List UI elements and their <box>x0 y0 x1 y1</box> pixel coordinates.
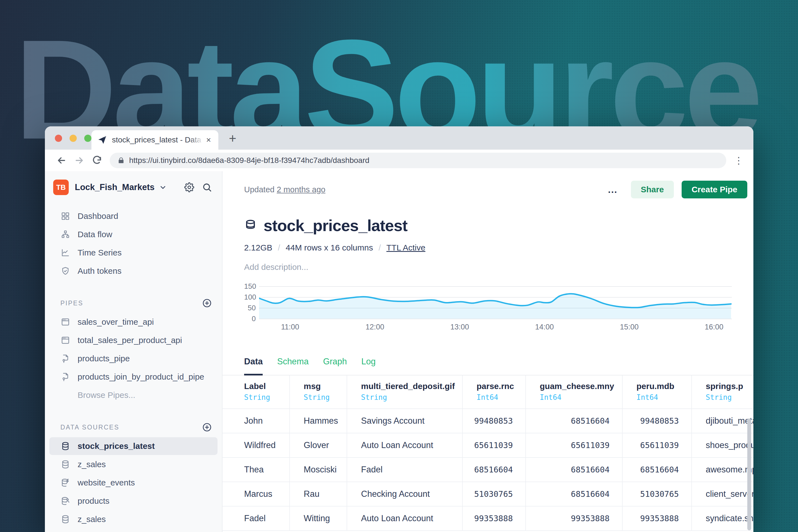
reload-icon[interactable] <box>88 155 106 166</box>
table-cell: Mosciski <box>289 458 347 482</box>
x-axis-tick: 16:00 <box>705 323 723 331</box>
table-cell: 51030765 <box>462 482 525 507</box>
browse-data-sources-link[interactable]: Browse Data Sources... <box>49 529 217 532</box>
x-axis-tick: 14:00 <box>535 323 554 331</box>
table-cell: 68516604 <box>525 458 622 482</box>
item-label: products_pipe <box>78 354 130 363</box>
column-header-parse.rnc[interactable]: parse.rncInt64 <box>462 376 525 409</box>
add-data-source-icon[interactable] <box>202 422 212 432</box>
table-cell: Wildfred <box>223 433 289 458</box>
dataflow-icon <box>60 230 70 239</box>
table-cell: 99480853 <box>462 409 525 433</box>
lock-icon <box>117 157 125 164</box>
item-label: website_events <box>78 478 135 488</box>
sidebar: TB Lock_Fish_Markets DashboardData flowT… <box>45 171 223 532</box>
back-icon[interactable] <box>53 155 70 166</box>
table-cell: Auto Loan Account <box>347 507 462 531</box>
table-scrollbar[interactable] <box>747 418 751 530</box>
column-header-multi_tiered_deposit.gif[interactable]: multi_tiered_deposit.gifString <box>347 376 462 409</box>
db-icon <box>60 460 70 469</box>
tab-schema[interactable]: Schema <box>277 357 309 375</box>
tab-data[interactable]: Data <box>244 357 263 376</box>
tinybird-favicon-icon <box>97 135 107 145</box>
item-label: z_sales <box>78 515 106 524</box>
api-icon <box>60 317 70 327</box>
item-label: Dashboard <box>78 211 118 221</box>
pipe-item[interactable]: products_join_by_product_id_pipe <box>49 368 217 386</box>
add-pipe-icon[interactable] <box>202 298 212 308</box>
db-icon <box>60 441 70 451</box>
new-tab-button[interactable]: + <box>229 131 236 146</box>
pipes-section-title: PIPES <box>60 300 83 307</box>
tab-log[interactable]: Log <box>361 357 376 375</box>
table-cell: Marcus <box>223 482 289 507</box>
updated-label: Updated 2 months ago <box>244 185 325 194</box>
table-cell: 68516604 <box>622 458 691 482</box>
table-cell: awesome.mp3 <box>691 458 754 482</box>
browser-menu-icon[interactable]: ⋮ <box>732 155 746 166</box>
minimize-window-button[interactable] <box>70 135 77 142</box>
table-cell: 65611039 <box>622 433 691 458</box>
y-axis-tick: 50 <box>244 304 256 312</box>
browser-tab[interactable]: stock_prices_latest - Data Sour × <box>92 130 218 150</box>
table-cell: 65611039 <box>462 433 525 458</box>
sidebar-item-data-flow[interactable]: Data flow <box>49 226 217 243</box>
item-label: Browse Pipes... <box>78 391 135 400</box>
sidebar-item-auth-tokens[interactable]: Auth tokens <box>49 262 217 280</box>
column-header-Label[interactable]: LabelString <box>223 376 289 409</box>
tab-title: stock_prices_latest - Data Sour <box>112 135 203 144</box>
data-source-item[interactable]: z_sales <box>49 510 217 528</box>
zoom-window-button[interactable] <box>84 135 92 142</box>
db-bolt-icon <box>60 478 70 488</box>
close-window-button[interactable] <box>55 135 62 142</box>
pipe-item[interactable]: total_sales_per_product_api <box>49 331 217 349</box>
item-label: products <box>78 496 110 506</box>
data-source-item[interactable]: products <box>49 492 217 510</box>
pipe-item[interactable]: products_pipe <box>49 350 217 367</box>
grid-icon <box>60 211 70 221</box>
search-icon[interactable] <box>202 182 212 192</box>
column-header-peru.mdb[interactable]: peru.mdbInt64 <box>622 376 691 409</box>
db-user-icon <box>60 496 70 506</box>
column-header-guam_cheese.mny[interactable]: guam_cheese.mnyInt64 <box>525 376 622 409</box>
url-bar[interactable]: https://ui.tinybird.co/8dae6a-8309-84je-… <box>110 153 726 168</box>
item-label: total_sales_per_product_api <box>78 336 182 345</box>
forward-icon[interactable] <box>70 155 88 166</box>
rows-columns-value: 44M rows x 16 columns <box>286 243 373 252</box>
add-description-field[interactable]: Add description... <box>223 252 754 272</box>
x-axis-tick: 15:00 <box>620 323 639 331</box>
browse-pipes-link[interactable]: Browse Pipes... <box>49 386 217 404</box>
item-label: Time Series <box>78 248 122 258</box>
sidebar-item-time-series[interactable]: Time Series <box>49 244 217 262</box>
api-icon <box>60 336 70 345</box>
data-source-item[interactable]: stock_prices_latest <box>49 437 217 455</box>
y-axis-tick: 150 <box>244 282 256 291</box>
ttl-status-link[interactable]: TTL Active <box>386 243 425 252</box>
column-header-msg[interactable]: msgString <box>289 376 347 409</box>
table-cell: Hammes <box>289 409 347 433</box>
create-pipe-button[interactable]: Create Pipe <box>682 180 747 198</box>
pipe-item[interactable]: sales_over_time_api <box>49 313 217 331</box>
pipes-section-header: PIPES <box>45 297 222 309</box>
settings-gear-icon[interactable] <box>184 182 194 192</box>
table-cell: Rau <box>289 482 347 507</box>
share-button[interactable]: Share <box>631 180 674 198</box>
workspace-switcher[interactable]: TB Lock_Fish_Markets <box>45 178 222 196</box>
data-source-item[interactable]: website_events <box>49 474 217 492</box>
column-header-springs.p[interactable]: springs.pString <box>691 376 754 409</box>
table-cell: Fadel <box>223 507 289 531</box>
updated-time-link[interactable]: 2 months ago <box>277 185 326 194</box>
data-sources-section-title: DATA SOURCES <box>60 424 119 431</box>
url-text: https://ui.tinybird.co/8dae6a-8309-84je-… <box>129 156 369 165</box>
tab-close-icon[interactable]: × <box>206 135 211 145</box>
data-sources-section-header: DATA SOURCES <box>45 421 222 433</box>
sidebar-item-dashboard[interactable]: Dashboard <box>49 207 217 225</box>
x-axis-tick: 13:00 <box>450 323 469 331</box>
browser-window: stock_prices_latest - Data Sour × + http… <box>45 126 754 532</box>
more-actions-button[interactable]: ... <box>601 184 625 195</box>
item-label: z_sales <box>78 460 106 469</box>
ingestion-chart: 05010015011:0012:0013:0014:0015:0016:00 <box>244 286 732 335</box>
data-source-item[interactable]: z_sales <box>49 456 217 473</box>
tab-graph[interactable]: Graph <box>323 357 347 375</box>
db-icon <box>60 515 70 524</box>
